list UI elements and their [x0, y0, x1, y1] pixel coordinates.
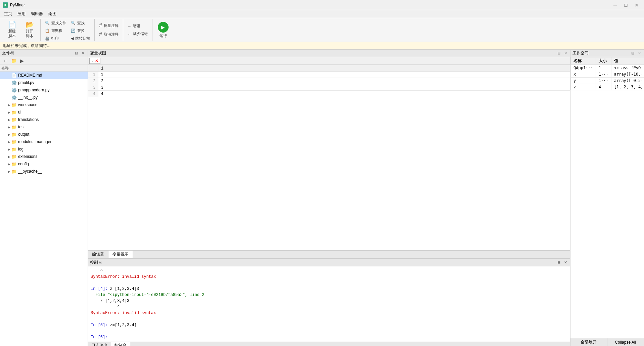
- find-button[interactable]: 🔍 查找: [69, 19, 86, 27]
- find-file-button[interactable]: 🔍 查找文件: [43, 19, 68, 27]
- row-val-1: 1: [98, 72, 570, 78]
- unindent-icon: ←: [128, 32, 131, 36]
- run-button[interactable]: ▶ 运行: [155, 21, 171, 39]
- test-folder-icon: 📁: [11, 125, 17, 130]
- uncomment-button[interactable]: # 取消注释: [97, 30, 120, 38]
- filetree-icon2[interactable]: ✕: [80, 51, 86, 56]
- toolbar-group-comment: # 批量注释 # 取消注释: [95, 19, 123, 41]
- collapse-all-button[interactable]: Collapse All: [607, 338, 644, 346]
- varview-header: 变量视图 ⊟ ✕: [88, 50, 570, 57]
- table-row: 1 1: [88, 72, 570, 78]
- console-tab-console[interactable]: 控制台: [111, 342, 130, 346]
- varview-tab-z-close[interactable]: ✕: [95, 59, 98, 63]
- workspace-title: 工作空间: [572, 50, 589, 56]
- row-val-4: 4: [98, 91, 570, 97]
- tree-expand-output[interactable]: ▶: [7, 133, 11, 136]
- tree-expand-log[interactable]: ▶: [7, 147, 11, 151]
- replace-button[interactable]: 🔄 替换: [69, 27, 86, 34]
- tab-varview[interactable]: 变量视图: [108, 251, 133, 258]
- prev-edit-button[interactable]: ◀ 跳转到前: [69, 35, 92, 42]
- print-button[interactable]: 🖨️ 打印: [43, 35, 60, 42]
- unindent-button[interactable]: ← 减少缩进: [126, 30, 149, 37]
- varview-tab-z-label: z: [92, 58, 94, 63]
- maximize-button[interactable]: □: [621, 1, 631, 9]
- close-button[interactable]: ✕: [632, 1, 641, 9]
- menu-editor[interactable]: 编辑器: [28, 10, 46, 17]
- varview-icon2[interactable]: ✕: [563, 51, 568, 56]
- ws-y-name: y: [571, 78, 596, 84]
- tree-expand-translations[interactable]: ▶: [7, 118, 11, 122]
- varview-content: 1 1 1 2 2 3 3: [88, 65, 570, 250]
- tree-item-readme[interactable]: 📄 README.md: [0, 72, 88, 79]
- find-label: 查找: [77, 20, 85, 26]
- tree-item-workspace[interactable]: ▶ 📁 workspace: [0, 101, 88, 109]
- tree-expand-test[interactable]: ▶: [7, 125, 11, 129]
- tree-item-test[interactable]: ▶ 📁 test: [0, 123, 88, 131]
- tree-item-extensions[interactable]: ▶ 📁 extensions: [0, 153, 88, 160]
- new-script-button[interactable]: 📄 新建脚本: [4, 20, 20, 40]
- filetree-icon1[interactable]: ⊟: [74, 51, 79, 56]
- row-num-4: 4: [88, 91, 98, 97]
- varview-icon1[interactable]: ⊟: [556, 51, 561, 56]
- tree-item-pycache[interactable]: ▶ 📁 __pycache__: [0, 168, 88, 175]
- init-icon: ⚙️: [11, 95, 17, 100]
- tree-item-modules-manager[interactable]: ▶ 📁 modules_manager: [0, 138, 88, 145]
- print-icon: 🖨️: [45, 36, 50, 41]
- tree-item-translations[interactable]: ▶ 📁 translations: [0, 116, 88, 123]
- tree-expand-config[interactable]: ▶: [7, 162, 11, 166]
- tree-item-init[interactable]: ⚙️ __init__.py: [0, 94, 88, 101]
- workspace-icon1[interactable]: ⊟: [630, 51, 635, 56]
- menu-home[interactable]: 主页: [1, 10, 15, 17]
- row-val-3: 3: [98, 84, 570, 91]
- console-line-1: ^: [91, 268, 567, 274]
- tree-expand-workspace[interactable]: ▶: [7, 103, 11, 107]
- indent-button[interactable]: → 缩进: [126, 23, 142, 30]
- ws-row-y[interactable]: y 1··· array([ 0.5···: [571, 78, 644, 84]
- varview-tab-z[interactable]: z ✕: [89, 58, 100, 64]
- tree-expand-extensions[interactable]: ▶: [7, 155, 11, 159]
- tree-expand-pycache[interactable]: ▶: [7, 170, 11, 173]
- tree-item-log[interactable]: ▶ 📁 log: [0, 145, 88, 153]
- ws-row-qapp[interactable]: QApp1··· 1 <class 'PyQ···: [571, 65, 644, 71]
- console-blank-1: [91, 280, 567, 286]
- menu-apps[interactable]: 应用: [15, 10, 28, 17]
- replace-label: 替换: [77, 28, 85, 33]
- expand-all-button[interactable]: 全部展开: [570, 338, 607, 346]
- console-icon2[interactable]: ✕: [563, 260, 568, 265]
- tree-item-pmappmodern[interactable]: ⚙️ pmappmodern.py: [0, 86, 88, 94]
- tree-col-name: 名称: [1, 66, 86, 71]
- row-num-1: 1: [88, 72, 98, 78]
- minimize-button[interactable]: ─: [610, 1, 620, 9]
- tree-expand-modules[interactable]: ▶: [7, 140, 11, 144]
- print-label: 打印: [51, 36, 59, 41]
- console-file-4: File "<ipython-input-4-e0219b7fa89a>", l…: [91, 292, 567, 298]
- pmutil-icon: ⚙️: [11, 80, 17, 85]
- filetree-toolbar: ← 📁 ▶: [0, 57, 88, 65]
- batch-comment-button[interactable]: # 批量注释: [97, 21, 120, 30]
- ws-row-x[interactable]: x 1··· array([-10.···: [571, 71, 644, 78]
- open-script-button[interactable]: 📂 打开脚本: [21, 20, 38, 40]
- console-tabs-bottom: 日志输出 控制台: [88, 342, 570, 346]
- filetree-header-icons: ⊟ ✕: [74, 51, 86, 56]
- tree-item-config[interactable]: ▶ 📁 config: [0, 160, 88, 168]
- new-script-label: 新建脚本: [8, 29, 16, 39]
- console-tab-log[interactable]: 日志输出: [88, 342, 111, 346]
- console-icon1[interactable]: ⊟: [556, 260, 561, 265]
- config-name: config: [18, 162, 29, 166]
- ws-y-value: array([ 0.5···: [611, 78, 644, 84]
- ws-z-value: [1, 2, 3, 4]: [611, 84, 644, 90]
- ft-expand-icon[interactable]: ▶: [19, 58, 25, 64]
- window-controls: ─ □ ✕: [610, 1, 641, 9]
- ws-row-z[interactable]: z 4 [1, 2, 3, 4]: [571, 84, 644, 90]
- tree-item-output[interactable]: ▶ 📁 output: [0, 131, 88, 138]
- tree-item-pmutil[interactable]: ⚙️ pmutil.py: [0, 79, 88, 86]
- menu-plot[interactable]: 绘图: [46, 10, 59, 17]
- ft-back-button[interactable]: ←: [2, 58, 9, 64]
- workspace-icon2[interactable]: ✕: [637, 51, 642, 56]
- toolbar-group-indent: → 缩进 ← 减少缩进: [123, 19, 152, 41]
- tree-expand-ui[interactable]: ▶: [7, 111, 11, 114]
- clipboard-button[interactable]: 📋 剪贴板: [43, 27, 64, 34]
- console-content[interactable]: ^ SyntaxError: invalid syntax In [4]: z=…: [88, 266, 570, 342]
- tree-item-ui[interactable]: ▶ 📁 ui: [0, 109, 88, 116]
- tab-editor[interactable]: 编辑器: [88, 251, 108, 258]
